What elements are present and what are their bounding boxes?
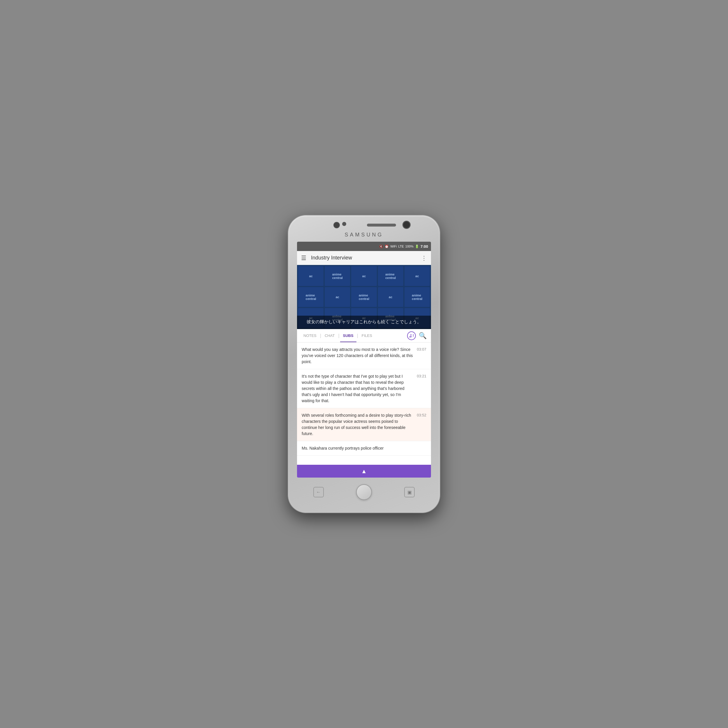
subtitles-list[interactable]: What would you say attracts you most to … bbox=[297, 343, 431, 465]
ac-logo-8: animecentral bbox=[351, 287, 376, 307]
yo-button[interactable]: よ! bbox=[407, 331, 416, 341]
clock: 7:00 bbox=[421, 244, 428, 249]
app-bar: ☰ Industry Interview ⋮ bbox=[297, 251, 431, 265]
brand-label: SAMSUNG bbox=[344, 232, 383, 238]
home-button[interactable] bbox=[356, 484, 372, 500]
phone-bottom-nav: ← ▣ bbox=[297, 480, 431, 504]
yo-icon: よ! bbox=[407, 331, 416, 340]
ac-logo-1: ac bbox=[298, 266, 324, 286]
lte-icon: LTE bbox=[398, 245, 404, 248]
ac-logo-2: animecentral bbox=[325, 266, 350, 286]
ac-logo-4: animecentral bbox=[378, 266, 403, 286]
back-button[interactable]: ← bbox=[314, 487, 324, 497]
more-options-icon[interactable]: ⋮ bbox=[421, 254, 427, 262]
ac-logo-5: ac bbox=[404, 266, 430, 286]
front-camera bbox=[402, 221, 411, 229]
wifi-icon: WiFi bbox=[390, 245, 397, 248]
subtitle-time-2: 03:21 bbox=[417, 373, 426, 378]
tab-chat[interactable]: CHAT bbox=[322, 329, 338, 342]
subtitles-area: What would you say attracts you most to … bbox=[297, 343, 431, 477]
video-player[interactable]: ac animecentral ac animecentral ac anime… bbox=[297, 265, 431, 329]
tab-files[interactable]: FILES bbox=[359, 329, 375, 342]
subtitle-text-4: Ms. Nakahara currently portrays police o… bbox=[302, 445, 423, 451]
recent-icon: ▣ bbox=[407, 489, 412, 495]
sensor-dot bbox=[342, 222, 346, 226]
subtitle-time-1: 03:07 bbox=[417, 347, 426, 352]
subtitle-entry-2[interactable]: It's not the type of character that I've… bbox=[297, 369, 431, 408]
subtitle-entry-3[interactable]: With several roles forthcoming and a des… bbox=[297, 408, 431, 441]
tab-divider-1: | bbox=[320, 333, 321, 338]
tab-divider-3: | bbox=[357, 333, 358, 338]
subtitle-overlay: 彼女の輝かしいキャリアはこれからも続く ことでしょう。 bbox=[297, 316, 431, 329]
subtitle-text-2: It's not the type of character that I've… bbox=[302, 373, 413, 404]
status-bar: 🔇 ⏰ WiFi LTE 100% 🔋 7:00 bbox=[297, 242, 431, 251]
subtitle-text-3: With several roles forthcoming and a des… bbox=[302, 412, 413, 437]
tab-notes[interactable]: NOTES bbox=[301, 329, 320, 342]
back-icon: ← bbox=[316, 489, 321, 495]
tab-bar: NOTES | CHAT | SUBS | FILES よ! bbox=[297, 329, 431, 343]
ac-logo-9: ac bbox=[378, 287, 403, 307]
search-icon: 🔍 bbox=[419, 332, 427, 340]
search-button[interactable]: 🔍 bbox=[418, 331, 427, 341]
subtitle-text-1: What would you say attracts you most to … bbox=[302, 347, 413, 365]
ac-logo-3: ac bbox=[351, 266, 376, 286]
tab-divider-2: | bbox=[338, 333, 339, 338]
ac-logo-7: ac bbox=[325, 287, 350, 307]
app-title: Industry Interview bbox=[311, 255, 421, 261]
camera-left bbox=[333, 222, 340, 228]
subtitle-entry-1[interactable]: What would you say attracts you most to … bbox=[297, 343, 431, 369]
scroll-up-button[interactable]: ▲ bbox=[297, 465, 431, 477]
ac-logo-6: animecentral bbox=[298, 287, 324, 307]
phone-device: SAMSUNG 🔇 ⏰ WiFi LTE 100% 🔋 7:00 ☰ Indus… bbox=[288, 216, 440, 512]
up-arrow-icon: ▲ bbox=[361, 468, 367, 475]
mute-icon: 🔇 bbox=[379, 245, 383, 248]
recent-apps-button[interactable]: ▣ bbox=[404, 487, 414, 497]
ac-logo-10: animecentral bbox=[404, 287, 430, 307]
hamburger-menu-icon[interactable]: ☰ bbox=[301, 254, 306, 262]
subtitle-text: 彼女の輝かしいキャリアはこれからも続く ことでしょう。 bbox=[302, 318, 426, 325]
subtitle-entry-4[interactable]: Ms. Nakahara currently portrays police o… bbox=[297, 441, 431, 456]
phone-screen: 🔇 ⏰ WiFi LTE 100% 🔋 7:00 ☰ Industry Inte… bbox=[297, 242, 431, 477]
battery-icon: 🔋 bbox=[415, 245, 419, 248]
alarm-icon: ⏰ bbox=[385, 245, 389, 248]
earpiece-speaker bbox=[367, 224, 396, 226]
subtitle-time-3: 03:52 bbox=[417, 412, 426, 417]
battery-pct: 100% bbox=[405, 245, 413, 248]
tab-subs[interactable]: SUBS bbox=[340, 329, 356, 342]
